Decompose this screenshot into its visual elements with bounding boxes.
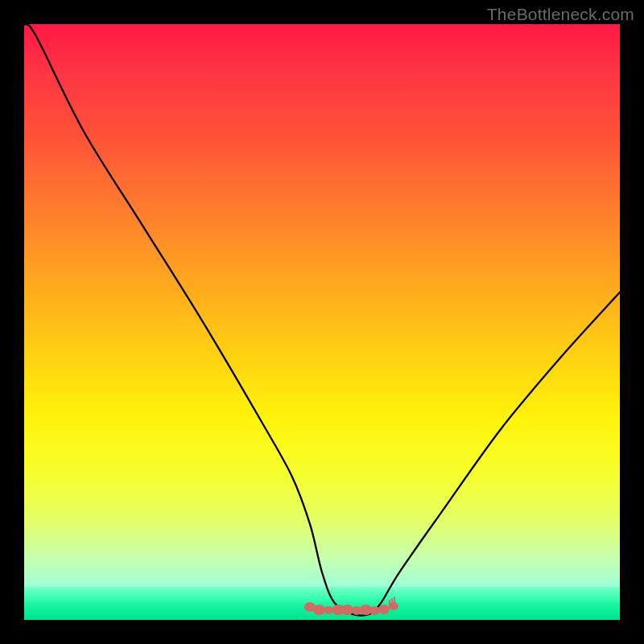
salmon-spike: [394, 597, 396, 608]
salmon-spike: [391, 598, 394, 607]
bottleneck-curve: [24, 24, 620, 620]
plot-area: [24, 24, 620, 620]
watermark-text: TheBottleneck.com: [487, 5, 634, 24]
chart-frame: TheBottleneck.com: [0, 0, 644, 644]
salmon-spike: [389, 600, 391, 606]
